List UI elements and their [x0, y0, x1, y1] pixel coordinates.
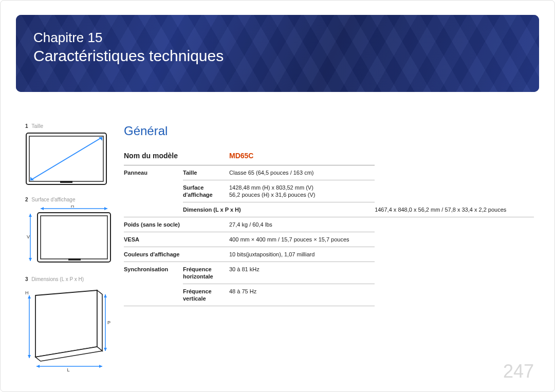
fig3-diagram: H P L	[25, 285, 113, 372]
row-size: Panneau Taille Classe 65 (64,5 pouces / …	[124, 165, 534, 180]
fig3-P: P	[107, 320, 110, 325]
fig1-diagram	[25, 132, 107, 188]
vesa-value: 400 mm × 400 mm / 15,7 pouces × 15,7 pou…	[229, 232, 375, 247]
fig1-label: 1 Taille	[25, 123, 113, 129]
fig3-text: Dimensions (L x P x H)	[31, 276, 84, 282]
display-label1: Surface	[183, 180, 229, 191]
row-dim: Dimension (L x P x H) 1467,4 x 848,0 x 5…	[124, 202, 534, 217]
chapter-number: Chapitre 15	[33, 29, 522, 46]
dim-value: 1467,4 x 848,0 x 56,2 mm / 57,8 x 33,4 x…	[375, 202, 534, 217]
svg-marker-25	[36, 365, 40, 368]
chapter-title: Caractéristiques techniques	[33, 46, 522, 66]
chapter-banner: Chapitre 15 Caractéristiques techniques	[16, 15, 539, 92]
svg-marker-16	[97, 290, 102, 351]
vfreq-label2: verticale	[183, 294, 229, 306]
colors-label: Couleurs d'affichage	[124, 247, 229, 262]
row-vfreq1: Fréquence 48 à 75 Hz	[124, 284, 534, 295]
svg-marker-8	[104, 207, 107, 210]
svg-rect-5	[60, 181, 72, 183]
fig1-text: Taille	[31, 123, 43, 129]
main-content: Général Nom du modèle MD65C Panneau Tail…	[124, 124, 534, 306]
figure-column: 1 Taille 2 Surface d'affichage H V	[25, 121, 113, 380]
fig1-num: 1	[25, 123, 28, 129]
svg-marker-23	[104, 348, 107, 351]
display-value1: 1428,48 mm (H) x 803,52 mm (V)	[229, 180, 375, 191]
fig2-diagram: H V	[25, 206, 113, 267]
fig3-L: L	[67, 367, 69, 372]
svg-rect-13	[41, 216, 107, 259]
section-heading: Général	[124, 124, 534, 138]
svg-marker-7	[41, 207, 44, 210]
display-label2: d'affichage	[183, 191, 229, 202]
svg-marker-26	[99, 365, 102, 368]
row-hfreq1: Synchronisation Fréquence 30 à 81 kHz	[124, 262, 534, 273]
svg-marker-10	[29, 214, 32, 217]
hfreq-blank	[229, 272, 375, 284]
fig3-num: 3	[25, 276, 28, 282]
model-label: Nom du modèle	[124, 147, 229, 165]
fig2-H: H	[71, 206, 75, 209]
fig2-text: Surface d'affichage	[31, 197, 75, 202]
fig3-H: H	[25, 290, 29, 295]
row-colors: Couleurs d'affichage 10 bits(juxtapositi…	[124, 247, 534, 262]
svg-marker-19	[28, 295, 31, 298]
row-display1: Surface 1428,48 mm (H) x 803,52 mm (V)	[124, 180, 534, 191]
row-hfreq2: horizontale	[124, 272, 534, 284]
size-label: Taille	[183, 165, 229, 180]
row-vfreq2: verticale	[124, 294, 534, 306]
fig2-label: 2 Surface d'affichage	[25, 197, 113, 202]
row-weight: Poids (sans le socle) 27,4 kg / 60,4 lbs	[124, 217, 534, 232]
row-vesa: VESA 400 mm × 400 mm / 15,7 pouces × 15,…	[124, 232, 534, 247]
model-value: MD65C	[229, 147, 375, 165]
size-value: Classe 65 (64,5 pouces / 163 cm)	[229, 165, 375, 180]
svg-marker-20	[28, 355, 31, 358]
spec-table: Nom du modèle MD65C Panneau Taille Class…	[124, 147, 534, 306]
vfreq-blank	[229, 294, 375, 306]
svg-marker-11	[29, 258, 32, 261]
vesa-label: VESA	[124, 232, 229, 247]
svg-rect-14	[68, 258, 81, 260]
sync-label: Synchronisation	[124, 262, 183, 306]
svg-marker-15	[35, 290, 97, 357]
model-row: Nom du modèle MD65C	[124, 147, 534, 165]
row-display2: d'affichage 56,2 pouces (H) x 31,6 pouce…	[124, 191, 534, 202]
display-value2: 56,2 pouces (H) x 31,6 pouces (V)	[229, 191, 375, 202]
page-number: 247	[503, 361, 534, 382]
fig2-num: 2	[25, 197, 28, 202]
fig3-label: 3 Dimensions (L x P x H)	[25, 276, 113, 282]
hfreq-label2: horizontale	[183, 272, 229, 284]
hfreq-value: 30 à 81 kHz	[229, 262, 375, 273]
weight-label: Poids (sans le socle)	[124, 217, 229, 232]
dim-label: Dimension (L x P x H)	[183, 202, 375, 217]
panel-label: Panneau	[124, 165, 183, 217]
vfreq-label1: Fréquence	[183, 284, 229, 295]
hfreq-label1: Fréquence	[183, 262, 229, 273]
weight-value: 27,4 kg / 60,4 lbs	[229, 217, 375, 232]
fig2-V: V	[27, 234, 30, 239]
page: Chapitre 15 Caractéristiques techniques …	[0, 0, 555, 392]
vfreq-value: 48 à 75 Hz	[229, 284, 375, 295]
colors-value: 10 bits(juxtaposition), 1,07 milliard	[229, 247, 375, 262]
svg-marker-22	[104, 294, 107, 297]
